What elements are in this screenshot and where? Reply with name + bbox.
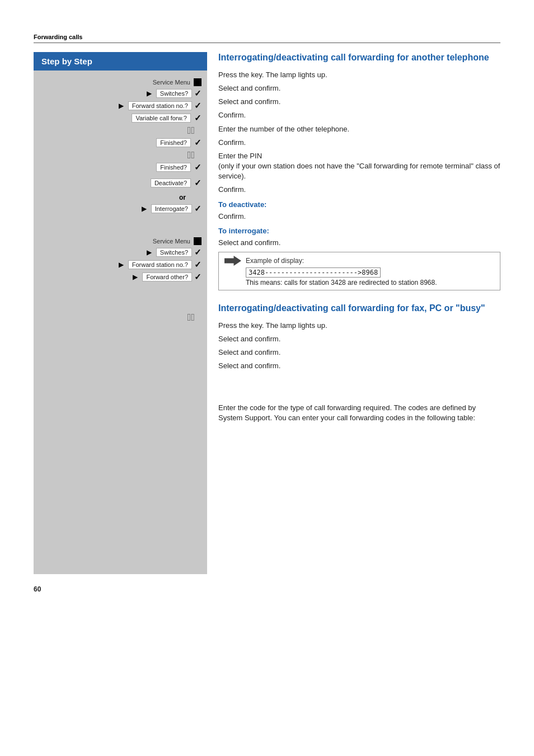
instr-text-keypad-2: Enter the PIN (only if your own station … bbox=[218, 151, 500, 182]
instr-row-forwardstation-2: Select and confirm. bbox=[218, 347, 500, 358]
or-label: or bbox=[34, 192, 207, 203]
instr-text-keypad-sec2: Enter the code for the type of call forw… bbox=[218, 402, 500, 424]
instr-row-deactivate: Confirm. bbox=[218, 211, 500, 222]
display-example-row: Example of display: bbox=[224, 256, 494, 266]
step-check-deactivate: ✓ bbox=[194, 178, 202, 188]
service-menu-square-1 bbox=[194, 78, 202, 86]
step-label-switches-2: Switches? bbox=[156, 248, 192, 257]
instr-row-finished2: Confirm. bbox=[218, 184, 500, 195]
service-menu-label-2: Service Menu bbox=[153, 238, 190, 245]
left-column: Step by Step Service Menu ▶ Switches? ✓ bbox=[34, 52, 207, 574]
arrow-icon-interrogate: ▶ bbox=[142, 205, 147, 213]
step-row-forwardother-2: ▶ Forward other? ✓ bbox=[34, 271, 207, 283]
instr-row-servicemenu-1: Press the key. The lamp lights up. bbox=[218, 69, 500, 81]
instr-text-finished1: Confirm. bbox=[218, 137, 500, 148]
instr-row-interrogate: Select and confirm. bbox=[218, 237, 500, 248]
right-column: Interrogating/deactivating call forwardi… bbox=[207, 52, 500, 574]
interrogate-heading: To interrogate: bbox=[218, 227, 500, 235]
step-check-finished1: ✓ bbox=[194, 138, 202, 148]
service-menu-square-2 bbox=[194, 237, 202, 245]
step-label-variablecall-1: Variable call forw.? bbox=[132, 114, 191, 123]
instr-text-deactivate: Confirm. bbox=[218, 211, 500, 222]
page-number: 60 bbox=[34, 585, 500, 593]
instr-text-forwardstation-2: Select and confirm. bbox=[218, 347, 500, 358]
step-label-interrogate: Interrogate? bbox=[151, 204, 192, 213]
main-layout: Step by Step Service Menu ▶ Switches? ✓ bbox=[34, 52, 500, 574]
step-label-forwardstation-1: Forward station no.? bbox=[128, 101, 192, 110]
arrow-icon-switches-2: ▶ bbox=[147, 248, 152, 256]
step-check-switches-2: ✓ bbox=[194, 247, 202, 257]
step-row-interrogate: ▶ Interrogate? ✓ bbox=[34, 203, 207, 215]
step-label-finished2: Finished? bbox=[156, 163, 191, 172]
keypad-row-sec2: ∎⃞ bbox=[34, 311, 207, 323]
step-group-deactivate: Deactivate? ✓ bbox=[34, 177, 207, 189]
instr-row-variablecall-1: Confirm. bbox=[218, 110, 500, 121]
step-row-forwardstation-2: ▶ Forward station no.? ✓ bbox=[34, 259, 207, 271]
step-row-variablecall-1: Variable call forw.? ✓ bbox=[34, 112, 207, 124]
section1-title: Interrogating/deactivating call forwardi… bbox=[218, 52, 500, 64]
step-label-forwardstation-2: Forward station no.? bbox=[128, 260, 192, 269]
arrow-icon-forwardstation-1: ▶ bbox=[119, 102, 124, 110]
instr-text-variablecall-1: Confirm. bbox=[218, 110, 500, 121]
section2-title: Interrogating/deactivating call forwardi… bbox=[218, 303, 500, 314]
keypad-row-2: ∎⃞ bbox=[34, 149, 207, 161]
step-check-interrogate: ✓ bbox=[194, 204, 202, 214]
page: Forwarding calls Step by Step Service Me… bbox=[0, 0, 534, 616]
step-group-interrogate: ▶ Interrogate? ✓ bbox=[34, 203, 207, 215]
step-check-forwardstation-1: ✓ bbox=[194, 101, 202, 111]
service-menu-label-1: Service Menu bbox=[153, 79, 190, 86]
instr-text-keypad-1: Enter the number of the other telephone. bbox=[218, 124, 500, 135]
keypad-icon-sec2: ∎⃞ bbox=[188, 312, 195, 322]
instr-row-finished1: Confirm. bbox=[218, 137, 500, 148]
arrow-icon-switches-1: ▶ bbox=[147, 90, 152, 97]
arrow-icon-forwardstation-2: ▶ bbox=[119, 261, 124, 269]
display-value-row: 3428----------------------->8968 bbox=[246, 268, 494, 276]
step-label-finished1: Finished? bbox=[156, 138, 191, 147]
instr-row-keypad-1: Enter the number of the other telephone. bbox=[218, 124, 500, 135]
step-group-2: Service Menu ▶ Switches? ✓ ▶ Forward sta… bbox=[34, 235, 207, 323]
keypad-icon-2: ∎⃞ bbox=[188, 150, 195, 160]
instr-text-finished2: Confirm. bbox=[218, 184, 500, 195]
step-row-finished2: Finished? ✓ bbox=[34, 161, 207, 173]
service-menu-row-1: Service Menu bbox=[34, 76, 207, 87]
instr-row-switches-2: Select and confirm. bbox=[218, 334, 500, 345]
instr-text-servicemenu-2: Press the key. The lamp lights up. bbox=[218, 320, 500, 331]
instr-row-servicemenu-2: Press the key. The lamp lights up. bbox=[218, 320, 500, 331]
step-label-deactivate: Deactivate? bbox=[151, 179, 191, 187]
display-arrow-icon bbox=[224, 256, 241, 266]
step-row-deactivate: Deactivate? ✓ bbox=[34, 177, 207, 189]
arrow-icon-forwardother-2: ▶ bbox=[133, 273, 138, 281]
deactivate-heading: To deactivate: bbox=[218, 200, 500, 209]
display-value: 3428----------------------->8968 bbox=[246, 267, 381, 278]
display-example-box: Example of display: 3428----------------… bbox=[218, 252, 500, 290]
instr-row-keypad-2: Enter the PIN (only if your own station … bbox=[218, 151, 500, 182]
step-check-forwardstation-2: ✓ bbox=[194, 260, 202, 270]
step-row-forwardstation-1: ▶ Forward station no.? ✓ bbox=[34, 100, 207, 112]
instr-text-switches-1: Select and confirm. bbox=[218, 83, 500, 94]
instr-text-interrogate: Select and confirm. bbox=[218, 237, 500, 248]
step-row-finished1: Finished? ✓ bbox=[34, 137, 207, 149]
step-check-variablecall-1: ✓ bbox=[194, 113, 202, 123]
instr-text-switches-2: Select and confirm. bbox=[218, 334, 500, 345]
step-label-forwardother-2: Forward other? bbox=[142, 273, 192, 281]
display-description: This means: calls for station 3428 are r… bbox=[246, 279, 494, 287]
keypad-icon-1: ∎⃞ bbox=[188, 125, 195, 135]
instr-text-forwardother-2: Select and confirm. bbox=[218, 360, 500, 372]
section2-block: Interrogating/deactivating call forwardi… bbox=[218, 303, 500, 424]
section-header: Forwarding calls bbox=[34, 34, 500, 43]
step-by-step-title: Step by Step bbox=[34, 52, 207, 71]
service-menu-row-2: Service Menu bbox=[34, 235, 207, 246]
instr-text-servicemenu-1: Press the key. The lamp lights up. bbox=[218, 69, 500, 81]
instr-row-forwardother-2: Select and confirm. bbox=[218, 360, 500, 372]
step-label-switches-1: Switches? bbox=[156, 89, 192, 98]
display-example-heading: Example of display: bbox=[246, 257, 304, 265]
keypad-row-1: ∎⃞ bbox=[34, 124, 207, 137]
step-group-1: Service Menu ▶ Switches? ✓ ▶ Forward sta… bbox=[34, 76, 207, 173]
instr-row-keypad-sec2: Enter the code for the type of call forw… bbox=[218, 402, 500, 424]
step-row-switches-1: ▶ Switches? ✓ bbox=[34, 87, 207, 100]
step-by-step-body: Service Menu ▶ Switches? ✓ ▶ Forward sta… bbox=[34, 71, 207, 574]
section1-block: Interrogating/deactivating call forwardi… bbox=[218, 52, 500, 290]
instr-row-switches-1: Select and confirm. bbox=[218, 83, 500, 94]
step-row-switches-2: ▶ Switches? ✓ bbox=[34, 246, 207, 259]
step-check-finished2: ✓ bbox=[194, 162, 202, 172]
